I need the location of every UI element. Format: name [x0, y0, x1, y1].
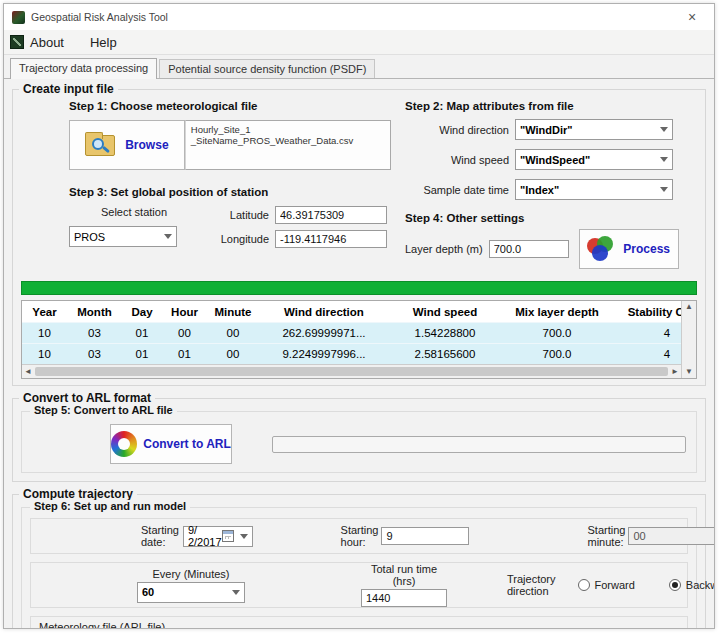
total-run-time-label: Total run time (hrs) [361, 563, 447, 587]
about-menu-icon [10, 35, 24, 49]
col-stability-class[interactable]: Stability Class [613, 306, 681, 318]
station-select[interactable]: PROS [69, 226, 177, 247]
tab-page: Create input file Step 1: Choose meteoro… [4, 78, 714, 629]
scroll-up-icon[interactable]: ▲ [685, 303, 693, 311]
starting-date-label: Starting date: [141, 524, 179, 548]
col-wind-speed[interactable]: Wind speed [389, 306, 501, 318]
tab-psdf[interactable]: Potential source density function (PSDF) [159, 59, 375, 78]
col-mix-layer-depth[interactable]: Mix layer depth [501, 306, 613, 318]
run-settings-panel: Every (Minutes) 60 Total run time (hrs) … [30, 562, 688, 608]
total-run-time-input[interactable] [361, 589, 447, 607]
longitude-label: Longitude [207, 233, 269, 245]
menu-help[interactable]: Help [76, 33, 129, 52]
latitude-label: Latitude [207, 209, 269, 221]
chevron-down-icon [660, 127, 668, 132]
starting-date-picker[interactable]: 9/ 2/2017 [183, 526, 253, 547]
calendar-icon [222, 530, 234, 542]
sample-date-time-label: Sample date time [405, 184, 509, 196]
layer-depth-label: Layer depth (m) [405, 243, 483, 255]
weather-data-table: Year Month Day Hour Minute Wind directio… [21, 300, 697, 379]
starting-minute-label: Starting minute: [587, 524, 625, 548]
compute-trajectory-title: Compute trajectory [19, 487, 137, 501]
convert-arl-group: Convert to ARL format Step 5: Convert to… [12, 398, 706, 482]
step5-title: Step 5: Convert to ARL file [30, 404, 177, 416]
start-time-panel: Starting date: 9/ 2/2017 Starting hour: … [30, 518, 688, 554]
tab-trajectory-data-processing[interactable]: Trajectory data processing [10, 58, 157, 79]
process-button[interactable]: Process [579, 229, 679, 269]
col-minute[interactable]: Minute [207, 306, 259, 318]
table-header-row: Year Month Day Hour Minute Wind directio… [22, 301, 681, 322]
longitude-input[interactable] [275, 230, 387, 248]
step6-subgroup: Step 6: Set up and run model Starting da… [21, 507, 697, 629]
col-month[interactable]: Month [67, 306, 122, 318]
starting-hour-label: Starting hour: [341, 524, 379, 548]
app-window: Geospatial Risk Analysis Tool × About He… [3, 3, 715, 629]
chevron-down-icon [232, 590, 240, 595]
step4-title: Step 4: Other settings [405, 212, 697, 224]
chevron-down-icon [660, 157, 668, 162]
scroll-left-icon[interactable]: ◄ [24, 368, 32, 376]
col-year[interactable]: Year [22, 306, 67, 318]
met-arl-file-label: Meteorology file (ARL file) [39, 621, 679, 629]
step3-title: Step 3: Set global position of station [69, 186, 391, 198]
sample-date-time-select[interactable]: "Index" [515, 179, 673, 200]
chevron-down-icon [164, 234, 172, 239]
met-file-panel: Meteorology file (ARL file) Browse Outpu… [30, 616, 688, 629]
chevron-down-icon [660, 187, 668, 192]
latitude-input[interactable] [275, 206, 387, 224]
horizontal-scrollbar[interactable]: ◄ ► [22, 364, 681, 378]
radio-icon [578, 579, 590, 591]
met-file-name-box: Hourly_Site_1 _SiteName_PROS_Weather_Dat… [185, 120, 391, 170]
table-row[interactable]: 10 03 01 00 00 262.69999971... 1.5422880… [22, 322, 681, 343]
backward-radio[interactable]: Backward [669, 579, 715, 591]
starting-hour-input[interactable] [381, 527, 469, 545]
forward-radio[interactable]: Forward [578, 579, 635, 591]
step2-title: Step 2: Map attributes from file [405, 100, 697, 112]
col-hour[interactable]: Hour [162, 306, 207, 318]
starting-minute-input[interactable] [628, 527, 715, 545]
layer-depth-input[interactable] [489, 240, 569, 258]
title-bar: Geospatial Risk Analysis Tool × [4, 4, 714, 30]
every-minutes-label: Every (Minutes) [137, 568, 245, 580]
convert-arl-title: Convert to ARL format [19, 391, 155, 405]
compute-trajectory-group: Compute trajectory Step 6: Set up and ru… [12, 494, 706, 629]
create-input-group: Create input file Step 1: Choose meteoro… [12, 89, 706, 386]
close-button[interactable]: × [678, 6, 706, 28]
every-minutes-select[interactable]: 60 [137, 582, 245, 603]
met-file-line1: Hourly_Site_1 [191, 124, 385, 135]
create-input-title: Create input file [19, 82, 118, 96]
step5-subgroup: Step 5: Convert to ARL file Convert to A… [21, 411, 697, 473]
process-progress-bar [21, 281, 697, 295]
radio-checked-icon [669, 579, 681, 591]
trajectory-direction-label: Trajectory direction [507, 573, 556, 597]
wind-speed-label: Wind speed [405, 154, 509, 166]
convert-ring-icon [111, 431, 137, 457]
process-rgb-icon [587, 236, 617, 262]
step1-title: Step 1: Choose meteorological file [69, 100, 391, 112]
select-station-label: Select station [69, 206, 199, 218]
tab-strip: Trajectory data processing Potential sou… [4, 55, 714, 78]
col-wind-direction[interactable]: Wind direction [259, 306, 389, 318]
step6-title: Step 6: Set up and run model [30, 500, 190, 512]
scroll-right-icon[interactable]: ► [671, 368, 679, 376]
vertical-scrollbar[interactable]: ▲ ▼ [681, 301, 696, 378]
scroll-down-icon[interactable]: ▼ [685, 368, 693, 376]
window-title: Geospatial Risk Analysis Tool [31, 11, 678, 23]
menu-bar: About Help [4, 30, 714, 55]
table-row[interactable]: 10 03 01 01 00 9.2249997996... 2.5816560… [22, 343, 681, 364]
wind-speed-select[interactable]: "WindSpeed" [515, 149, 673, 170]
h-scroll-thumb[interactable] [35, 367, 668, 376]
menu-about[interactable]: About [28, 33, 76, 52]
wind-direction-select[interactable]: "WindDir" [515, 119, 673, 140]
convert-to-arl-button[interactable]: Convert to ARL [110, 424, 232, 464]
col-day[interactable]: Day [122, 306, 162, 318]
folder-search-icon [85, 132, 119, 158]
met-file-line2: _SiteName_PROS_Weather_Data.csv [191, 135, 385, 146]
wind-direction-label: Wind direction [405, 124, 509, 136]
browse-met-file-button[interactable]: Browse [69, 120, 185, 170]
convert-progress-bar [272, 436, 686, 453]
app-icon [12, 11, 25, 24]
chevron-down-icon [240, 534, 248, 539]
